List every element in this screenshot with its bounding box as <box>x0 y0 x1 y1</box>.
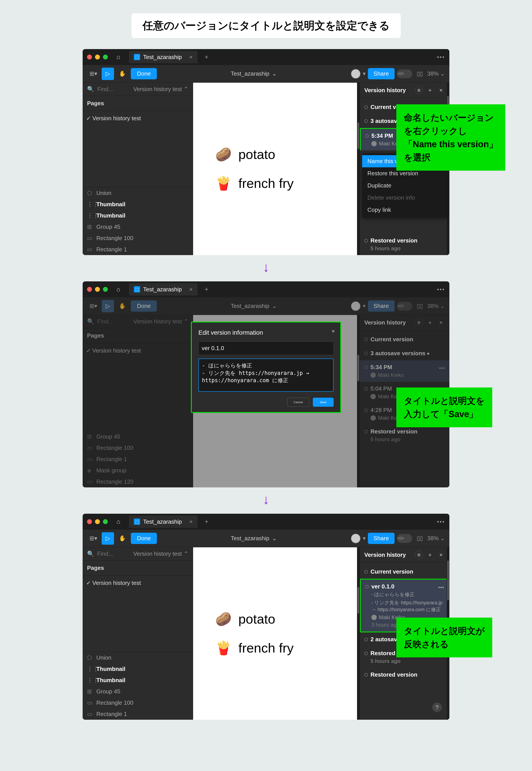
close-window-icon[interactable] <box>87 519 92 524</box>
save-button[interactable]: Save <box>313 398 334 407</box>
share-button[interactable]: Share <box>368 300 395 312</box>
user-avatar[interactable] <box>351 69 361 79</box>
layer-item[interactable]: ⊞Group 45 <box>83 221 193 232</box>
close-tab-icon[interactable]: × <box>189 54 193 61</box>
move-tool-icon[interactable]: ▷ <box>102 68 114 80</box>
version-item[interactable]: Restored version <box>360 668 449 682</box>
pages-header[interactable]: Pages <box>87 565 188 571</box>
layer-item[interactable]: ⬡Union <box>83 187 193 199</box>
search-icon[interactable]: 🔍 <box>87 550 94 557</box>
filter-dropdown[interactable]: Version history test⌃ <box>133 86 188 93</box>
filter-icon[interactable]: ≡ <box>415 551 423 559</box>
new-tab-icon[interactable]: + <box>205 285 209 293</box>
library-icon[interactable]: ▯▯ <box>417 535 423 542</box>
close-icon[interactable]: × <box>437 86 445 94</box>
search-input[interactable]: Find... <box>97 86 113 93</box>
layer-item[interactable]: ▭Rectangle 100 <box>83 232 193 244</box>
done-button[interactable]: Done <box>131 533 157 544</box>
maximize-window-icon[interactable] <box>103 55 108 59</box>
minimize-window-icon[interactable] <box>95 287 100 292</box>
layer-item[interactable]: ▭Rectangle 1 <box>83 708 193 720</box>
file-tab[interactable]: ⬚ Test_azaraship × <box>129 283 198 295</box>
done-button[interactable]: Done <box>131 68 157 79</box>
home-icon[interactable]: ⌂ <box>112 51 125 63</box>
overflow-menu-icon[interactable]: ••• <box>437 518 445 525</box>
figma-menu-icon[interactable]: ⊞▾ <box>87 68 99 80</box>
close-window-icon[interactable] <box>87 287 92 292</box>
close-tab-icon[interactable]: × <box>189 286 193 293</box>
ctx-copy-link[interactable]: Copy link <box>362 204 447 216</box>
canvas[interactable]: 🥔potato 🍟french fry <box>193 547 360 720</box>
user-avatar[interactable] <box>351 301 361 311</box>
dev-mode-toggle[interactable]: </> <box>397 534 412 543</box>
layer-item[interactable]: ⋮⋮Thumbnail <box>83 663 193 675</box>
move-tool-icon[interactable]: ▷ <box>102 300 114 312</box>
library-icon[interactable]: ▯▯ <box>417 302 423 309</box>
share-button[interactable]: Share <box>368 68 395 79</box>
cancel-button[interactable]: Cancel <box>287 398 309 407</box>
minimize-window-icon[interactable] <box>95 519 100 524</box>
window-controls[interactable] <box>87 519 108 524</box>
zoom-control[interactable]: 38% ⌄ <box>427 70 445 77</box>
version-title-input[interactable] <box>198 341 334 355</box>
search-icon[interactable]: 🔍 <box>87 86 94 93</box>
new-tab-icon[interactable]: + <box>205 518 209 526</box>
close-window-icon[interactable] <box>87 55 92 59</box>
layer-item[interactable]: ⊞Group 45 <box>83 686 193 697</box>
minimize-window-icon[interactable] <box>95 55 100 59</box>
hand-tool-icon[interactable]: ✋ <box>116 532 129 545</box>
dev-mode-toggle[interactable]: </> <box>397 69 412 78</box>
add-icon[interactable]: + <box>426 86 434 94</box>
page-item[interactable]: Version history test <box>83 576 193 590</box>
help-icon[interactable]: ? <box>432 703 442 712</box>
home-icon[interactable]: ⌂ <box>112 283 125 295</box>
new-tab-icon[interactable]: + <box>205 53 209 61</box>
zoom-control[interactable]: 38%⌄ <box>427 302 445 309</box>
figma-menu-icon[interactable]: ⊞▾ <box>87 300 99 312</box>
close-icon[interactable]: × <box>332 328 335 335</box>
dev-mode-toggle[interactable]: </> <box>397 302 412 310</box>
user-avatar[interactable] <box>351 534 361 543</box>
file-tab[interactable]: ⬚ Test_azaraship × <box>129 516 198 528</box>
share-button[interactable]: Share <box>368 533 395 544</box>
filter-icon[interactable]: ≡ <box>415 86 423 94</box>
version-item-restored[interactable]: Restored version 5 hours ago <box>360 234 449 255</box>
close-icon[interactable]: × <box>437 551 445 559</box>
layer-item[interactable]: ▭Rectangle 100 <box>83 697 193 708</box>
add-icon[interactable]: + <box>426 551 434 559</box>
library-icon[interactable]: ▯▯ <box>417 70 423 77</box>
file-title-center[interactable]: Test_azaraship ⌄ <box>159 70 348 77</box>
pages-header[interactable]: Pages <box>87 100 188 107</box>
page-item[interactable]: Version history test <box>83 111 193 126</box>
ctx-duplicate[interactable]: Duplicate <box>362 179 447 192</box>
canvas[interactable]: 🥔potato 🍟french fry <box>193 83 360 255</box>
figma-menu-icon[interactable]: ⊞▾ <box>87 532 99 545</box>
home-icon[interactable]: ⌂ <box>112 516 125 528</box>
file-title-center[interactable]: Test_azaraship⌄ <box>159 302 348 309</box>
version-options-icon[interactable]: ••• <box>438 584 444 591</box>
file-tab[interactable]: ⬚ Test_azaraship × <box>129 51 198 63</box>
hand-tool-icon[interactable]: ✋ <box>116 300 129 312</box>
zoom-control[interactable]: 38%⌄ <box>427 535 445 542</box>
move-tool-icon[interactable]: ▷ <box>102 532 114 545</box>
maximize-window-icon[interactable] <box>103 519 108 524</box>
version-item[interactable]: Current version <box>360 565 449 579</box>
maximize-window-icon[interactable] <box>103 287 108 292</box>
layer-item[interactable]: ⋮⋮Thumbnail <box>83 199 193 210</box>
layer-item[interactable]: ⬡Union <box>83 652 193 663</box>
dropdown-icon[interactable]: ▾ <box>363 70 366 77</box>
layer-item[interactable]: ⋮⋮Thumbnail <box>83 210 193 221</box>
file-title-center[interactable]: Test_azaraship⌄ <box>159 535 348 542</box>
version-description-input[interactable] <box>198 358 334 392</box>
overflow-menu-icon[interactable]: ••• <box>437 54 445 61</box>
close-tab-icon[interactable]: × <box>189 518 193 525</box>
search-input[interactable]: Find... <box>97 550 113 557</box>
overflow-menu-icon[interactable]: ••• <box>437 286 445 293</box>
window-controls[interactable] <box>87 287 108 292</box>
layer-item[interactable]: ▭Rectangle 1 <box>83 244 193 255</box>
done-button[interactable]: Done <box>131 300 157 312</box>
hand-tool-icon[interactable]: ✋ <box>116 68 129 80</box>
layer-item[interactable]: ⋮⋮Thumbnail <box>83 675 193 686</box>
window-controls[interactable] <box>87 55 108 59</box>
filter-dropdown[interactable]: Version history test⌃ <box>133 550 188 557</box>
